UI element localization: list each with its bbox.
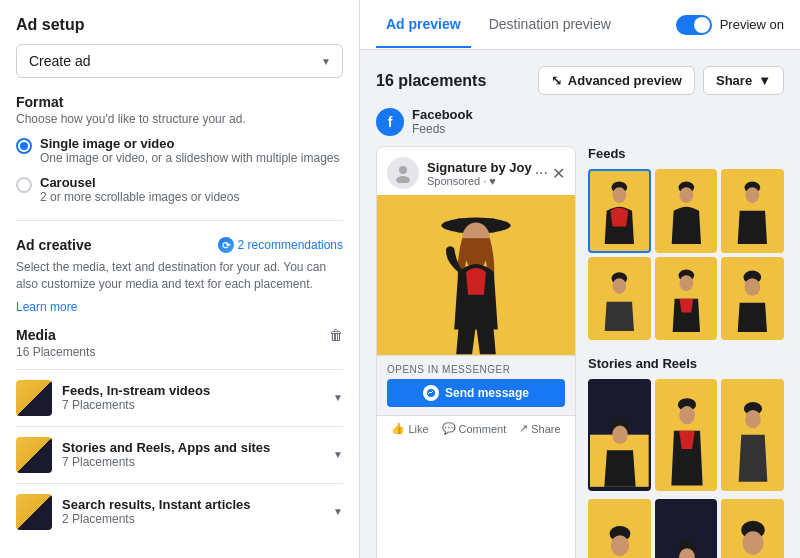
format-single-radio[interactable]	[16, 138, 32, 154]
story-thumb-3[interactable]	[721, 379, 784, 490]
messenger-icon	[423, 385, 439, 401]
facebook-logo-icon: f	[376, 108, 404, 136]
feed-thumb-3[interactable]	[721, 169, 784, 253]
media-placements-count: 16 Placements	[16, 345, 343, 359]
share-chevron-icon: ▼	[758, 73, 771, 88]
comment-label: Comment	[459, 423, 507, 435]
recommendations-badge: ⟳ 2 recommendations	[218, 237, 343, 253]
format-section: Format Choose how you'd like to structur…	[16, 94, 343, 204]
like-label: Like	[408, 423, 428, 435]
format-label: Format	[16, 94, 343, 110]
ad-page-name: Signature by Joy	[427, 160, 535, 175]
story-thumb-1[interactable]	[588, 379, 651, 490]
placement-item-stories[interactable]: Stories and Reels, Apps and sites 7 Plac…	[16, 426, 343, 483]
feed-thumb-6[interactable]	[721, 257, 784, 341]
preview-toggle-label: Preview on	[720, 17, 784, 32]
format-carousel-sub: 2 or more scrollable images or videos	[40, 190, 239, 204]
share-label: Share	[716, 73, 752, 88]
tab-ad-preview[interactable]: Ad preview	[376, 2, 471, 48]
svg-point-9	[612, 187, 626, 203]
more-options-icon[interactable]: ···	[535, 164, 548, 183]
learn-more-link[interactable]: Learn more	[16, 300, 77, 314]
media-header: Media 🗑	[16, 327, 343, 343]
stories-thumb-grid	[588, 379, 784, 558]
feed-thumb-4[interactable]	[588, 257, 651, 341]
recommendations-icon: ⟳	[218, 237, 234, 253]
svg-point-12	[679, 187, 693, 203]
preview-main: Signature by Joy Sponsored · ♥ ··· ✕	[376, 146, 784, 558]
placement-thumb-stories	[16, 437, 52, 473]
ad-sponsored: Sponsored · ♥	[427, 175, 535, 187]
media-section: Media 🗑 16 Placements Feeds, In-stream v…	[16, 327, 343, 540]
placement-name-search: Search results, Instant articles	[62, 497, 333, 512]
story-thumb-4[interactable]	[588, 499, 651, 558]
placement-count-feeds: 7 Placements	[62, 398, 333, 412]
svg-point-19	[612, 278, 626, 294]
ad-creative-title: Ad creative	[16, 237, 91, 253]
preview-toggle-switch[interactable]	[676, 15, 712, 35]
svg-point-35	[745, 410, 761, 428]
svg-point-45	[743, 531, 764, 554]
tab-destination-preview[interactable]: Destination preview	[479, 2, 621, 48]
feeds-section-title: Feeds	[588, 146, 784, 161]
placement-chevron-search: ▼	[333, 506, 343, 517]
format-single-option[interactable]: Single image or video One image or video…	[16, 136, 343, 165]
placement-count-stories: 7 Placements	[62, 455, 333, 469]
placements-bar: 16 placements ⤡ Advanced preview Share ▼	[376, 66, 784, 95]
feed-thumb-2[interactable]	[655, 169, 718, 253]
format-single-sub: One image or video, or a slideshow with …	[40, 151, 339, 165]
ad-cta: OPENS IN MESSENGER Send message	[377, 355, 575, 415]
placement-chevron-feeds: ▼	[333, 392, 343, 403]
placement-thumb-inner-stories	[16, 437, 52, 473]
placement-item-feeds[interactable]: Feeds, In-stream videos 7 Placements ▼	[16, 369, 343, 426]
ad-card: Signature by Joy Sponsored · ♥ ··· ✕	[376, 146, 576, 558]
placement-info-search: Search results, Instant articles 2 Place…	[62, 497, 333, 526]
placement-info-feeds: Feeds, In-stream videos 7 Placements	[62, 383, 333, 412]
ad-image	[377, 195, 575, 355]
placement-info-stories: Stories and Reels, Apps and sites 7 Plac…	[62, 440, 333, 469]
left-panel: Ad setup Create ad ▼ Format Choose how y…	[0, 0, 360, 558]
share-button[interactable]: Share ▼	[703, 66, 784, 95]
advanced-preview-button[interactable]: ⤡ Advanced preview	[538, 66, 695, 95]
placement-item-search[interactable]: Search results, Instant articles 2 Place…	[16, 483, 343, 540]
svg-point-29	[612, 426, 628, 444]
svg-point-32	[679, 406, 695, 424]
create-ad-dropdown-wrap[interactable]: Create ad ▼	[16, 44, 343, 78]
placement-count-search: 2 Placements	[62, 512, 333, 526]
preview-toggle: Preview on	[676, 15, 784, 35]
like-icon: 👍	[391, 422, 405, 435]
reaction-like[interactable]: 👍 Like	[391, 422, 428, 435]
trash-icon[interactable]: 🗑	[329, 327, 343, 343]
tabs-bar: Ad preview Destination preview Preview o…	[360, 0, 800, 50]
comment-icon: 💬	[442, 422, 456, 435]
advanced-preview-label: Advanced preview	[568, 73, 682, 88]
story-thumb-5[interactable]	[655, 499, 718, 558]
right-panel: Ad preview Destination preview Preview o…	[360, 0, 800, 558]
create-ad-dropdown[interactable]: Create ad	[16, 44, 343, 78]
format-carousel-text: Carousel 2 or more scrollable images or …	[40, 175, 239, 204]
story-thumb-6[interactable]	[721, 499, 784, 558]
svg-point-16	[746, 187, 760, 203]
format-single-label: Single image or video	[40, 136, 339, 151]
svg-point-22	[679, 275, 693, 291]
story-thumb-2[interactable]	[655, 379, 718, 490]
close-icon[interactable]: ✕	[552, 164, 565, 183]
fb-placement-type: Feeds	[412, 122, 473, 136]
placement-chevron-stories: ▼	[333, 449, 343, 460]
ad-avatar	[387, 157, 419, 189]
format-carousel-radio[interactable]	[16, 177, 32, 193]
placement-thumb-inner-search	[16, 494, 52, 530]
recommendations-count: 2 recommendations	[238, 238, 343, 252]
feed-thumb-5[interactable]	[655, 257, 718, 341]
stories-section-title: Stories and Reels	[588, 356, 784, 371]
placement-thumb-feeds	[16, 380, 52, 416]
format-carousel-option[interactable]: Carousel 2 or more scrollable images or …	[16, 175, 343, 204]
ad-cta-button[interactable]: Send message	[387, 379, 565, 407]
ad-image-svg	[377, 195, 575, 355]
expand-icon: ⤡	[551, 73, 562, 88]
ad-reactions: 👍 Like 💬 Comment ↗ Share	[377, 415, 575, 441]
reaction-comment[interactable]: 💬 Comment	[442, 422, 507, 435]
reaction-share[interactable]: ↗ Share	[519, 422, 560, 435]
feed-thumb-1[interactable]	[588, 169, 651, 253]
placement-name-feeds: Feeds, In-stream videos	[62, 383, 333, 398]
